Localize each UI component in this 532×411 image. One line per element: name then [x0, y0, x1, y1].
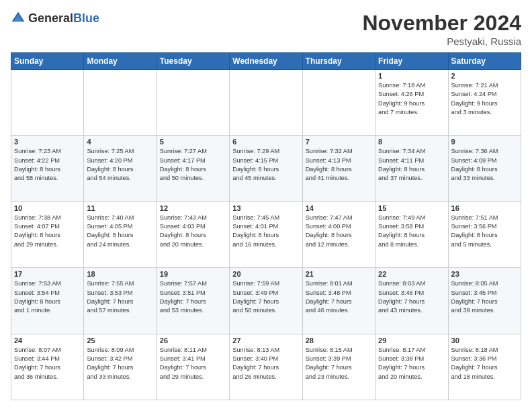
calendar-cell: 24Sunrise: 8:07 AMSunset: 3:44 PMDayligh…: [11, 334, 84, 400]
calendar-cell: 21Sunrise: 8:01 AMSunset: 3:48 PMDayligh…: [302, 268, 375, 334]
calendar-cell: 11Sunrise: 7:40 AMSunset: 4:05 PMDayligh…: [84, 201, 157, 267]
calendar-week-row: 10Sunrise: 7:38 AMSunset: 4:07 PMDayligh…: [11, 201, 521, 267]
calendar-cell: [302, 70, 375, 136]
calendar-cell: 3Sunrise: 7:23 AMSunset: 4:22 PMDaylight…: [11, 136, 84, 201]
day-number: 18: [87, 270, 153, 278]
calendar-cell: 29Sunrise: 8:17 AMSunset: 3:38 PMDayligh…: [375, 334, 448, 400]
day-info: Sunrise: 7:57 AMSunset: 3:51 PMDaylight:…: [160, 279, 226, 315]
day-info: Sunrise: 7:49 AMSunset: 3:58 PMDaylight:…: [378, 214, 445, 249]
page: GeneralBlue November 2024 Pestyaki, Russ…: [0, 0, 532, 411]
day-info: Sunrise: 7:29 AMSunset: 4:15 PMDaylight:…: [232, 147, 299, 183]
day-number: 10: [14, 204, 81, 212]
day-number: 24: [14, 336, 81, 345]
day-info: Sunrise: 7:47 AMSunset: 4:00 PMDaylight:…: [306, 214, 372, 249]
day-number: 15: [378, 204, 445, 212]
calendar-cell: 19Sunrise: 7:57 AMSunset: 3:51 PMDayligh…: [157, 268, 229, 334]
calendar-cell: [84, 70, 157, 136]
day-number: 1: [378, 72, 445, 80]
day-number: 3: [14, 138, 81, 146]
calendar-cell: 30Sunrise: 8:18 AMSunset: 3:36 PMDayligh…: [448, 334, 521, 400]
day-info: Sunrise: 8:03 AMSunset: 3:46 PMDaylight:…: [378, 279, 445, 315]
day-info: Sunrise: 8:09 AMSunset: 3:42 PMDaylight:…: [87, 346, 153, 381]
calendar-cell: 28Sunrise: 8:15 AMSunset: 3:39 PMDayligh…: [302, 334, 375, 400]
day-info: Sunrise: 8:13 AMSunset: 3:40 PMDaylight:…: [232, 346, 299, 381]
calendar-cell: 2Sunrise: 7:21 AMSunset: 4:24 PMDaylight…: [448, 70, 521, 136]
day-number: 11: [87, 204, 153, 212]
day-info: Sunrise: 7:59 AMSunset: 3:49 PMDaylight:…: [232, 279, 299, 315]
day-info: Sunrise: 7:18 AMSunset: 4:26 PMDaylight:…: [378, 81, 445, 117]
weekday-header: Saturday: [448, 53, 521, 70]
calendar-cell: 13Sunrise: 7:45 AMSunset: 4:01 PMDayligh…: [230, 201, 302, 267]
day-info: Sunrise: 8:17 AMSunset: 3:38 PMDaylight:…: [378, 346, 445, 381]
day-number: 6: [232, 138, 299, 146]
calendar-cell: 23Sunrise: 8:05 AMSunset: 3:45 PMDayligh…: [448, 268, 521, 334]
weekday-header-row: SundayMondayTuesdayWednesdayThursdayFrid…: [11, 53, 521, 70]
day-number: 23: [451, 270, 518, 278]
calendar-cell: 16Sunrise: 7:51 AMSunset: 3:56 PMDayligh…: [448, 201, 521, 267]
day-info: Sunrise: 7:45 AMSunset: 4:01 PMDaylight:…: [232, 214, 299, 249]
logo-text: GeneralBlue: [28, 11, 99, 26]
day-number: 29: [378, 336, 445, 345]
calendar-cell: 15Sunrise: 7:49 AMSunset: 3:58 PMDayligh…: [375, 201, 448, 267]
day-number: 14: [306, 204, 372, 212]
calendar-cell: [11, 70, 84, 136]
day-info: Sunrise: 7:34 AMSunset: 4:11 PMDaylight:…: [378, 147, 445, 183]
calendar-cell: 27Sunrise: 8:13 AMSunset: 3:40 PMDayligh…: [230, 334, 302, 400]
day-number: 13: [232, 204, 299, 212]
month-title: November 2024: [362, 11, 521, 36]
calendar-cell: 10Sunrise: 7:38 AMSunset: 4:07 PMDayligh…: [11, 201, 84, 267]
weekday-header: Monday: [84, 53, 157, 70]
calendar-cell: 20Sunrise: 7:59 AMSunset: 3:49 PMDayligh…: [230, 268, 302, 334]
day-number: 26: [160, 336, 226, 345]
day-number: 22: [378, 270, 445, 278]
calendar-cell: 26Sunrise: 8:11 AMSunset: 3:41 PMDayligh…: [157, 334, 229, 400]
day-number: 30: [451, 336, 518, 345]
day-info: Sunrise: 7:51 AMSunset: 3:56 PMDaylight:…: [451, 214, 518, 249]
day-info: Sunrise: 7:21 AMSunset: 4:24 PMDaylight:…: [451, 81, 518, 117]
day-info: Sunrise: 7:40 AMSunset: 4:05 PMDaylight:…: [87, 214, 153, 249]
day-number: 28: [306, 336, 372, 345]
calendar-cell: 5Sunrise: 7:27 AMSunset: 4:17 PMDaylight…: [157, 136, 229, 201]
calendar-cell: [230, 70, 302, 136]
calendar-cell: 7Sunrise: 7:32 AMSunset: 4:13 PMDaylight…: [302, 136, 375, 201]
logo-blue: Blue: [73, 11, 99, 25]
calendar: SundayMondayTuesdayWednesdayThursdayFrid…: [11, 52, 521, 400]
day-number: 2: [451, 72, 518, 80]
weekday-header: Sunday: [11, 53, 84, 70]
day-number: 25: [87, 336, 153, 345]
day-info: Sunrise: 7:55 AMSunset: 3:53 PMDaylight:…: [87, 279, 153, 315]
logo-general: General: [28, 11, 73, 25]
calendar-cell: 6Sunrise: 7:29 AMSunset: 4:15 PMDaylight…: [230, 136, 302, 201]
calendar-cell: 8Sunrise: 7:34 AMSunset: 4:11 PMDaylight…: [375, 136, 448, 201]
location: Pestyaki, Russia: [362, 36, 521, 47]
day-number: 4: [87, 138, 153, 146]
calendar-week-row: 3Sunrise: 7:23 AMSunset: 4:22 PMDaylight…: [11, 136, 521, 201]
day-info: Sunrise: 7:36 AMSunset: 4:09 PMDaylight:…: [451, 147, 518, 183]
day-info: Sunrise: 7:25 AMSunset: 4:20 PMDaylight:…: [87, 147, 153, 183]
day-info: Sunrise: 7:53 AMSunset: 3:54 PMDaylight:…: [14, 279, 81, 315]
calendar-week-row: 1Sunrise: 7:18 AMSunset: 4:26 PMDaylight…: [11, 70, 521, 136]
day-info: Sunrise: 7:38 AMSunset: 4:07 PMDaylight:…: [14, 214, 81, 249]
day-info: Sunrise: 8:05 AMSunset: 3:45 PMDaylight:…: [451, 279, 518, 315]
day-number: 12: [160, 204, 226, 212]
calendar-cell: 9Sunrise: 7:36 AMSunset: 4:09 PMDaylight…: [448, 136, 521, 201]
day-info: Sunrise: 8:01 AMSunset: 3:48 PMDaylight:…: [306, 279, 372, 315]
day-info: Sunrise: 7:23 AMSunset: 4:22 PMDaylight:…: [14, 147, 81, 183]
logo: GeneralBlue: [11, 11, 99, 26]
day-info: Sunrise: 8:15 AMSunset: 3:39 PMDaylight:…: [306, 346, 372, 381]
day-info: Sunrise: 8:11 AMSunset: 3:41 PMDaylight:…: [160, 346, 226, 381]
day-info: Sunrise: 8:18 AMSunset: 3:36 PMDaylight:…: [451, 346, 518, 381]
calendar-cell: 4Sunrise: 7:25 AMSunset: 4:20 PMDaylight…: [84, 136, 157, 201]
day-number: 16: [451, 204, 518, 212]
day-number: 7: [306, 138, 372, 146]
day-number: 20: [232, 270, 299, 278]
day-number: 19: [160, 270, 226, 278]
calendar-week-row: 17Sunrise: 7:53 AMSunset: 3:54 PMDayligh…: [11, 268, 521, 334]
day-info: Sunrise: 8:07 AMSunset: 3:44 PMDaylight:…: [14, 346, 81, 381]
day-number: 21: [306, 270, 372, 278]
calendar-cell: 1Sunrise: 7:18 AMSunset: 4:26 PMDaylight…: [375, 70, 448, 136]
weekday-header: Wednesday: [230, 53, 302, 70]
calendar-cell: 22Sunrise: 8:03 AMSunset: 3:46 PMDayligh…: [375, 268, 448, 334]
weekday-header: Thursday: [302, 53, 375, 70]
calendar-cell: 18Sunrise: 7:55 AMSunset: 3:53 PMDayligh…: [84, 268, 157, 334]
